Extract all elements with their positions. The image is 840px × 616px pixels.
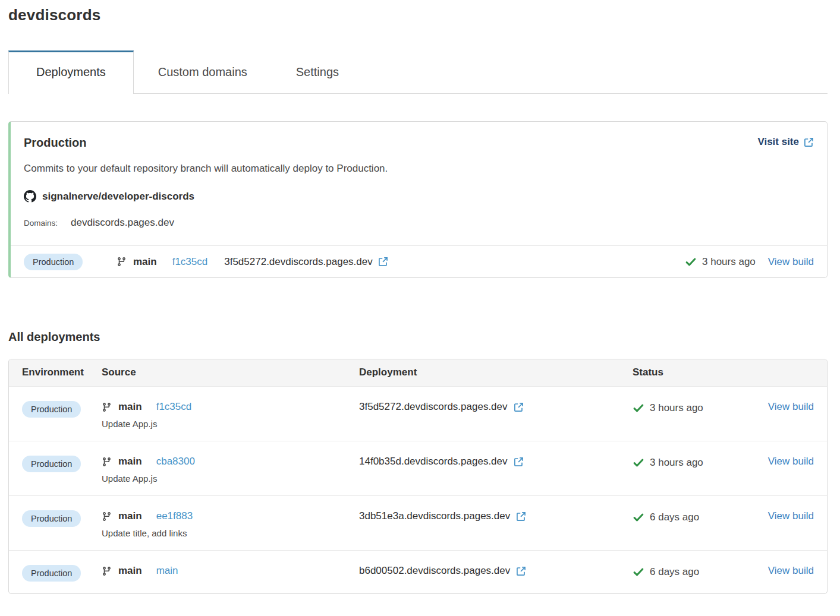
view-build-link[interactable]: View build [768, 565, 814, 576]
git-branch-icon [102, 402, 112, 412]
tab-custom-domains[interactable]: Custom domains [134, 50, 272, 93]
domains-value: devdiscords.pages.dev [71, 217, 174, 229]
external-link-icon [516, 566, 526, 576]
check-icon [633, 402, 644, 414]
tab-deployments[interactable]: Deployments [8, 50, 134, 94]
column-header-deployment: Deployment [359, 359, 633, 386]
column-header-status: Status [633, 359, 763, 386]
view-build-link[interactable]: View build [768, 510, 814, 522]
visit-site-label: Visit site [757, 136, 799, 148]
repo-link[interactable]: signalnerve/developer-discords [42, 191, 194, 203]
deployment-url-link[interactable]: 3f5d5272.devdiscords.pages.dev [224, 256, 388, 268]
external-link-icon [514, 457, 524, 467]
external-link-icon [516, 511, 526, 522]
deployment-url: b6d00502.devdiscords.pages.dev [359, 565, 510, 577]
commit-link[interactable]: f1c35cd [172, 256, 208, 268]
deployment-url-link[interactable]: 3f5d5272.devdiscords.pages.dev [359, 401, 524, 413]
production-card: Production Visit site Commits to your de… [8, 121, 828, 278]
deployment-url: 3f5d5272.devdiscords.pages.dev [359, 401, 508, 413]
production-deployment-row: Production main f1c35cd 3f5d5272.devdisc… [11, 245, 827, 277]
branch-name: main [118, 401, 142, 413]
git-branch-icon [102, 511, 112, 522]
deploy-time: 3 hours ago [650, 402, 703, 414]
commit-message: Update App.js [102, 419, 359, 429]
check-icon [633, 511, 644, 523]
git-branch-icon [102, 457, 112, 467]
commit-link[interactable]: f1c35cd [156, 401, 192, 413]
visit-site-link[interactable]: Visit site [757, 136, 814, 148]
view-build-link[interactable]: View build [768, 401, 814, 412]
deployment-url: 3db51e3a.devdiscords.pages.dev [359, 510, 510, 522]
commit-link[interactable]: main [156, 565, 178, 577]
domains-label: Domains: [24, 219, 58, 228]
production-card-title: Production [24, 136, 87, 150]
view-build-link[interactable]: View build [768, 256, 814, 268]
external-link-icon [804, 137, 814, 147]
external-link-icon [378, 257, 388, 267]
view-build-link[interactable]: View build [768, 456, 814, 467]
environment-badge: Production [22, 401, 81, 418]
github-icon [24, 190, 36, 203]
commit-link[interactable]: cba8300 [156, 456, 195, 467]
deployments-table: Environment Source Deployment Status Pro… [8, 359, 828, 594]
page-title: devdiscords [8, 6, 828, 24]
deployment-url: 3f5d5272.devdiscords.pages.dev [224, 256, 373, 268]
column-header-environment: Environment [22, 359, 102, 386]
commit-message: Update title, add links [102, 528, 359, 538]
all-deployments-title: All deployments [8, 330, 828, 344]
git-branch-icon [117, 257, 127, 267]
environment-badge: Production [24, 254, 83, 270]
commit-message: Update App.js [102, 473, 359, 484]
column-header-source: Source [102, 359, 359, 386]
deployment-url-link[interactable]: 14f0b35d.devdiscords.pages.dev [359, 456, 524, 467]
table-row: Production main main b6d00502.devdiscord… [9, 550, 827, 593]
deploy-time: 6 days ago [650, 511, 699, 523]
environment-badge: Production [22, 510, 81, 527]
deploy-time: 6 days ago [650, 566, 699, 578]
environment-badge: Production [22, 565, 81, 582]
environment-badge: Production [22, 456, 81, 472]
table-row: Production main f1c35cd Update App.js 3f… [9, 386, 827, 441]
check-icon [685, 256, 697, 268]
table-row: Production main cba8300 Update App.js 14… [9, 441, 827, 495]
branch-name: main [118, 565, 142, 577]
production-description: Commits to your default repository branc… [24, 163, 814, 175]
deployment-url: 14f0b35d.devdiscords.pages.dev [359, 456, 508, 467]
table-row: Production main ee1f883 Update title, ad… [9, 495, 827, 550]
git-branch-icon [102, 566, 112, 576]
tab-settings[interactable]: Settings [272, 50, 363, 93]
commit-link[interactable]: ee1f883 [156, 510, 193, 522]
deployment-url-link[interactable]: b6d00502.devdiscords.pages.dev [359, 565, 526, 577]
deploy-time: 3 hours ago [702, 256, 756, 268]
branch-name: main [118, 456, 142, 467]
tab-bar: Deployments Custom domains Settings [8, 50, 828, 94]
deployment-url-link[interactable]: 3db51e3a.devdiscords.pages.dev [359, 510, 526, 522]
deploy-time: 3 hours ago [650, 457, 703, 469]
check-icon [633, 566, 644, 578]
external-link-icon [514, 402, 524, 412]
check-icon [633, 457, 644, 469]
table-header-row: Environment Source Deployment Status [9, 359, 827, 386]
branch-name: main [118, 510, 142, 522]
branch-name: main [133, 256, 157, 268]
